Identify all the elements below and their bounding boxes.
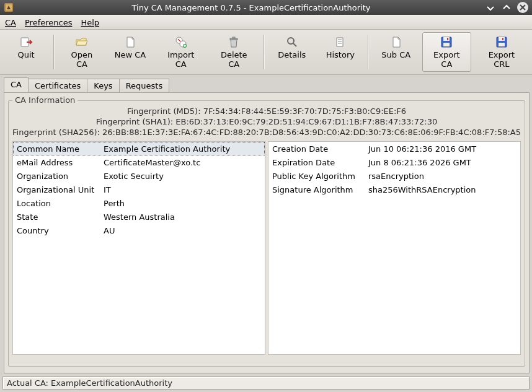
tab-certificates[interactable]: Certificates: [28, 79, 87, 93]
tab-ca[interactable]: CA: [4, 77, 29, 92]
svg-rect-14: [499, 37, 505, 41]
open-ca-button[interactable]: Open CA: [60, 32, 104, 72]
svg-rect-11: [443, 43, 450, 46]
fingerprint-sha256: Fingerprint (SHA256): 26:BB:88:1E:37:3E:…: [12, 127, 521, 137]
label-ou: Organizational Unit: [13, 185, 100, 194]
menubar: CA Preferences Help: [0, 15, 532, 30]
tab-keys[interactable]: Keys: [87, 79, 119, 93]
ca-right-table: Creation Date Jun 10 06:21:36 2016 GMT E…: [268, 141, 521, 355]
value-expiration-date: Jun 8 06:21:36 2026 GMT: [365, 158, 520, 167]
delete-ca-label: Delete CA: [215, 50, 253, 69]
sub-ca-button[interactable]: Sub CA: [374, 32, 419, 72]
export-crl-label: Export CRL: [481, 50, 523, 69]
value-ou: IT: [100, 185, 265, 194]
history-label: History: [326, 50, 355, 59]
table-row[interactable]: Organization Exotic Secuirty: [13, 169, 265, 183]
svg-point-8: [288, 38, 294, 44]
window-title: Tiny CA Management 0.7.5 - ExampleCertif…: [131, 3, 370, 12]
save-icon: [440, 35, 453, 49]
table-row[interactable]: Location Perth: [13, 196, 265, 210]
open-ca-label: Open CA: [65, 50, 99, 69]
table-row[interactable]: State Western Australia: [13, 210, 265, 224]
label-location: Location: [13, 199, 100, 208]
magnifier-icon: [285, 35, 299, 49]
table-row[interactable]: Expiration Date Jun 8 06:21:36 2026 GMT: [268, 155, 520, 169]
fingerprint-sha1: Fingerprint (SHA1): EB:6D:37:13:E0:9C:79…: [12, 116, 521, 127]
toolbar-separator: [264, 35, 265, 69]
table-row[interactable]: Signature Algorithm sha256WithRSAEncrypt…: [268, 183, 520, 196]
value-country: AU: [100, 226, 265, 235]
history-button[interactable]: History: [318, 32, 363, 72]
toolbar-separator: [53, 35, 55, 69]
window-titlebar: Tiny CA Management 0.7.5 - ExampleCertif…: [0, 0, 532, 15]
tab-panel-ca: CA Information Fingerprint (MD5): 7F:54:…: [4, 92, 530, 373]
new-file-icon: [123, 35, 137, 49]
details-button[interactable]: Details: [270, 32, 314, 72]
sub-ca-label: Sub CA: [381, 50, 410, 59]
value-pka: rsaEncryption: [365, 172, 520, 181]
svg-rect-16: [502, 38, 503, 40]
label-state: State: [13, 212, 100, 222]
export-ca-label: Export CA: [428, 50, 466, 69]
sub-ca-icon: [389, 35, 403, 49]
import-ca-label: Import CA: [162, 50, 200, 69]
tab-requests[interactable]: Requests: [119, 79, 170, 93]
import-icon: [174, 35, 188, 49]
save-icon: [495, 35, 508, 49]
label-creation-date: Creation Date: [268, 144, 365, 154]
tab-strip: CA Certificates Keys Requests: [4, 77, 530, 92]
label-pka: Public Key Algorithm: [268, 172, 365, 181]
label-sa: Signature Algorithm: [268, 185, 365, 194]
table-row[interactable]: Common Name Example Certification Author…: [13, 142, 265, 155]
label-expiration-date: Expiration Date: [268, 158, 365, 167]
delete-ca-button[interactable]: Delete CA: [210, 32, 259, 72]
value-location: Perth: [100, 199, 265, 208]
menu-help[interactable]: Help: [81, 18, 99, 27]
value-state: Western Australia: [100, 212, 265, 222]
table-row[interactable]: Public Key Algorithm rsaEncryption: [268, 169, 520, 183]
label-email: eMail Address: [13, 158, 100, 167]
app-icon: [4, 2, 14, 12]
export-crl-button[interactable]: Export CRL: [475, 32, 528, 72]
quit-button[interactable]: Quit: [4, 32, 48, 72]
table-row[interactable]: eMail Address CertificateMaster@xo.tc: [13, 155, 265, 169]
value-creation-date: Jun 10 06:21:36 2016 GMT: [365, 144, 520, 154]
details-label: Details: [278, 50, 306, 59]
toolbar: Quit Open CA New CA Import CA Delete CA …: [0, 30, 532, 75]
value-sa: sha256WithRSAEncryption: [365, 185, 520, 194]
quit-label: Quit: [17, 50, 34, 59]
maximize-button[interactable]: [501, 2, 512, 13]
fingerprint-md5: Fingerprint (MD5): 7F:54:34:F8:44:5E:59:…: [12, 106, 521, 116]
table-row[interactable]: Creation Date Jun 10 06:21:36 2016 GMT: [268, 142, 520, 155]
label-organization: Organization: [13, 172, 100, 181]
value-organization: Exotic Secuirty: [100, 172, 265, 181]
minimize-button[interactable]: [485, 2, 496, 13]
menu-preferences[interactable]: Preferences: [25, 18, 72, 27]
svg-rect-7: [233, 37, 235, 38]
close-button[interactable]: [517, 2, 528, 13]
value-common-name: Example Certification Authority: [100, 144, 265, 154]
new-ca-button[interactable]: New CA: [108, 32, 153, 72]
folder-open-icon: [75, 35, 89, 49]
label-common-name: Common Name: [13, 144, 100, 154]
table-row[interactable]: Organizational Unit IT: [13, 183, 265, 196]
import-ca-button[interactable]: Import CA: [156, 32, 206, 72]
fingerprint-block: Fingerprint (MD5): 7F:54:34:F8:44:5E:59:…: [12, 106, 521, 137]
status-text: Actual CA: ExampleCertificationAuthority: [7, 378, 172, 388]
new-ca-label: New CA: [115, 50, 146, 59]
ca-information-group: CA Information Fingerprint (MD5): 7F:54:…: [8, 100, 525, 367]
value-email: CertificateMaster@xo.tc: [100, 158, 265, 167]
menu-ca[interactable]: CA: [5, 18, 16, 27]
table-row[interactable]: Country AU: [13, 224, 265, 237]
ca-left-table: Common Name Example Certification Author…: [12, 141, 265, 355]
history-icon: [334, 35, 347, 49]
status-bar: Actual CA: ExampleCertificationAuthority: [2, 377, 530, 390]
svg-rect-10: [443, 37, 450, 41]
toolbar-separator: [368, 35, 369, 69]
svg-rect-15: [499, 43, 505, 46]
label-country: Country: [13, 226, 100, 235]
svg-rect-12: [447, 38, 448, 40]
group-legend: CA Information: [12, 95, 78, 105]
export-ca-button[interactable]: Export CA: [422, 32, 471, 72]
trash-icon: [227, 35, 241, 49]
